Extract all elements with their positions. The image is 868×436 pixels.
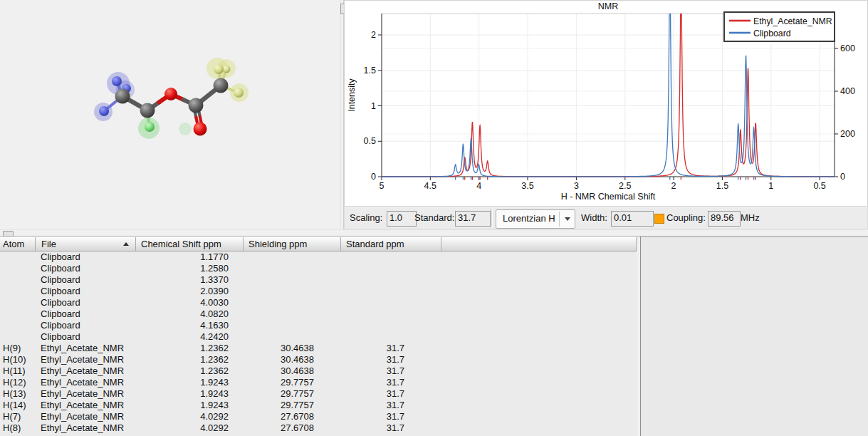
cell-shift: 4.1630 [135, 320, 236, 331]
cell-atom: H(13) [0, 388, 35, 400]
sort-ascending-icon [123, 242, 129, 246]
carbon-atom[interactable] [214, 78, 229, 93]
cell-standard [328, 297, 423, 308]
column-header-standard-ppm[interactable]: Standard ppm [341, 237, 441, 251]
column-header-label: Chemical Shift ppm [141, 239, 221, 249]
cell-standard: 31.7 [328, 400, 423, 411]
cell-filler [423, 263, 637, 274]
cell-shielding: 30.4638 [236, 343, 328, 354]
cell-file: Clipboard [35, 331, 135, 343]
horizontal-splitter[interactable] [0, 229, 868, 237]
carbon-atom[interactable] [189, 98, 204, 113]
table-row[interactable]: Clipboard4.0030 [0, 297, 637, 308]
cell-shift: 4.0030 [135, 297, 236, 308]
cell-standard: 31.7 [328, 388, 423, 400]
cell-filler [423, 251, 637, 263]
cell-standard: 31.7 [328, 365, 423, 377]
separator [490, 209, 493, 227]
molecule-3d-viewport[interactable] [0, 0, 340, 229]
cell-atom: H(11) [0, 365, 35, 377]
table-row[interactable]: H(11)Ethyl_Acetate_NMR1.236230.463831.7 [0, 365, 637, 377]
cell-shielding: 29.7757 [236, 400, 328, 411]
right-y-tick-label: 0 [840, 172, 845, 182]
cell-shift: 1.9243 [135, 400, 236, 411]
hydrogen-atom[interactable] [234, 88, 244, 98]
cell-shift: 4.0292 [135, 422, 236, 434]
table-row[interactable]: Clipboard4.1630 [0, 320, 637, 331]
table-row[interactable]: H(7)Ethyl_Acetate_NMR4.029227.670831.7 [0, 411, 637, 422]
cell-atom: H(8) [0, 422, 35, 434]
nmr-chart-panel[interactable]: 54.543.532.521.510.500.511.520200400600N… [344, 0, 868, 207]
lineshape-dropdown[interactable]: Lorentzian H [496, 209, 575, 229]
empty-side-panel [641, 237, 868, 436]
cell-atom [0, 251, 35, 263]
cell-filler [423, 286, 637, 297]
hydrogen-atom[interactable] [214, 64, 224, 74]
table-row[interactable]: H(13)Ethyl_Acetate_NMR1.924329.775731.7 [0, 388, 637, 400]
table-row[interactable]: Clipboard1.1770 [0, 251, 637, 263]
cell-file: Clipboard [35, 320, 135, 331]
table-row[interactable]: H(14)Ethyl_Acetate_NMR1.924329.775731.7 [0, 400, 637, 411]
cell-standard [328, 331, 423, 343]
scaling-input[interactable]: 1.0 [387, 211, 417, 227]
table-row[interactable]: Clipboard1.2580 [0, 263, 637, 274]
cell-file: Ethyl_Acetate_NMR [35, 354, 135, 365]
cell-standard [328, 251, 423, 263]
chart-title: NMR [598, 1, 618, 11]
x-tick-label: 4 [476, 181, 481, 191]
column-header-chemical-shift-ppm[interactable]: Chemical Shift ppm [136, 237, 244, 251]
table-row[interactable]: Clipboard4.0820 [0, 308, 637, 320]
dropdown-separator [559, 212, 560, 227]
oxygen-atom[interactable] [164, 88, 177, 100]
cell-shielding [236, 297, 328, 308]
cell-shielding: 27.6708 [236, 411, 328, 422]
cell-shielding [236, 263, 328, 274]
ethyl-acetate-molecule [0, 0, 340, 229]
carbon-atom[interactable] [115, 89, 130, 104]
standard-input[interactable]: 31.7 [455, 211, 491, 227]
column-header-file[interactable]: File [36, 237, 136, 251]
cell-atom: H(14) [0, 400, 35, 411]
cell-atom: H(12) [0, 377, 35, 388]
legend: Ethyl_Acetate_NMRClipboard [724, 12, 835, 41]
carbon-atom[interactable] [140, 103, 155, 118]
oxygen-atom[interactable] [194, 123, 207, 136]
width-input[interactable]: 0.01 [611, 211, 654, 227]
hydrogen-atom[interactable] [99, 106, 109, 116]
cell-file: Ethyl_Acetate_NMR [35, 343, 135, 354]
x-tick-label: 2.5 [619, 181, 631, 191]
cell-atom [0, 263, 35, 274]
legend-label: Clipboard [753, 28, 791, 38]
cell-file: Ethyl_Acetate_NMR [35, 411, 135, 422]
hydrogen-atom[interactable] [145, 122, 155, 132]
table-row[interactable]: Clipboard2.0390 [0, 286, 637, 297]
cell-standard: 31.7 [328, 354, 423, 365]
table-row[interactable]: H(10)Ethyl_Acetate_NMR1.236230.463831.7 [0, 354, 637, 365]
cell-file: Ethyl_Acetate_NMR [35, 400, 135, 411]
nmr-spectrum-plot[interactable]: 54.543.532.521.510.500.511.520200400600N… [345, 1, 867, 206]
coupling-checkbox[interactable] [654, 214, 664, 224]
legend-label: Ethyl_Acetate_NMR [753, 16, 832, 26]
hydrogen-atom[interactable] [112, 76, 122, 86]
y-axis-label: Intensity [347, 78, 357, 111]
splitter-handle[interactable] [3, 231, 14, 237]
cell-filler [423, 343, 637, 354]
cell-shielding: 30.4638 [236, 354, 328, 365]
table-row[interactable]: H(8)Ethyl_Acetate_NMR4.029227.670831.7 [0, 422, 637, 434]
cell-file: Clipboard [35, 297, 135, 308]
table-row[interactable]: H(12)Ethyl_Acetate_NMR1.924329.775731.7 [0, 377, 637, 388]
coupling-label: Coupling: [666, 212, 706, 223]
table-body: Clipboard1.1770Clipboard1.2580Clipboard1… [0, 251, 637, 434]
cell-file: Ethyl_Acetate_NMR [35, 365, 135, 377]
cell-file: Clipboard [35, 263, 135, 274]
cell-shift: 1.2580 [135, 263, 236, 274]
column-header-atom[interactable]: Atom [0, 237, 36, 251]
column-header-shielding-ppm[interactable]: Shielding ppm [244, 237, 341, 251]
hydrogen-atom[interactable] [223, 66, 231, 73]
table-row[interactable]: H(9)Ethyl_Acetate_NMR1.236230.463831.7 [0, 343, 637, 354]
table-row[interactable]: Clipboard4.2420 [0, 331, 637, 343]
table-row[interactable]: Clipboard1.3370 [0, 274, 637, 286]
right-y-tick-label: 400 [840, 86, 855, 96]
cell-filler [423, 377, 637, 388]
coupling-input[interactable]: 89.56 [708, 211, 741, 227]
